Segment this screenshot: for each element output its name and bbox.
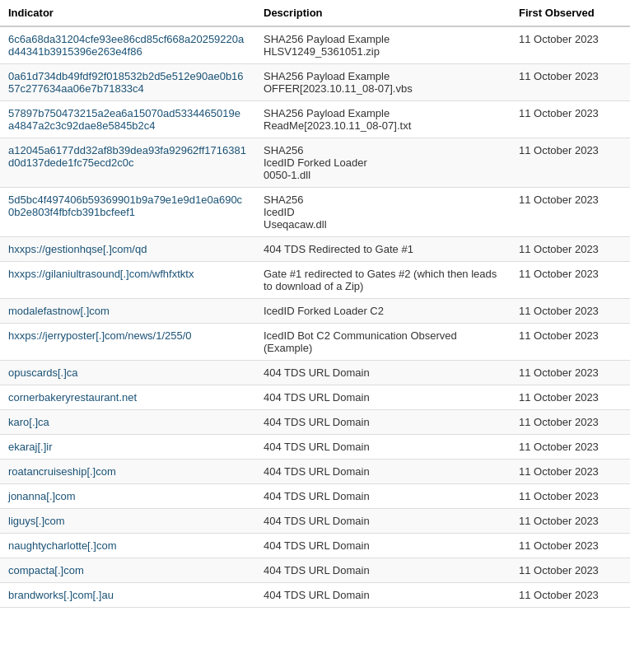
cell-first-observed: 11 October 2023 — [511, 262, 630, 299]
cell-first-observed: 11 October 2023 — [511, 410, 630, 435]
cell-first-observed: 11 October 2023 — [511, 237, 630, 262]
cell-description: SHA256IcedID Forked Loader0050-1.dll — [255, 138, 511, 188]
cell-indicator[interactable]: roatancruiseship[.]com — [0, 460, 255, 484]
table-row: 5d5bc4f497406b59369901b9a79e1e9d1e0a690c… — [0, 188, 630, 237]
cell-description: SHA256 Payload ExampleOFFER[2023.10.11_0… — [255, 64, 511, 101]
cell-description: 404 TDS URL Domain — [255, 385, 511, 410]
cell-indicator[interactable]: modalefastnow[.]com — [0, 299, 255, 324]
cell-description: 404 TDS URL Domain — [255, 558, 511, 583]
table-row: modalefastnow[.]comIcedID Forked Loader … — [0, 299, 630, 324]
cell-indicator[interactable]: hxxps://gilaniultrasound[.]com/wfhfxtktx — [0, 262, 255, 299]
header-indicator: Indicator — [0, 0, 255, 26]
table-row: naughtycharlotte[.]com404 TDS URL Domain… — [0, 534, 630, 558]
cell-description: SHA256 Payload ExampleHLSV1249_5361051.z… — [255, 26, 511, 64]
cell-indicator[interactable]: ekaraj[.]ir — [0, 435, 255, 460]
cell-first-observed: 11 October 2023 — [511, 26, 630, 64]
table-row: brandworks[.]com[.]au404 TDS URL Domain1… — [0, 583, 630, 608]
table-row: karo[.]ca404 TDS URL Domain11 October 20… — [0, 410, 630, 435]
cell-first-observed: 11 October 2023 — [511, 324, 630, 361]
table-row: a12045a6177dd32af8b39dea93fa92962ff17163… — [0, 138, 630, 188]
cell-indicator[interactable]: hxxps://jerryposter[.]com/news/1/255/0 — [0, 324, 255, 361]
cell-first-observed: 11 October 2023 — [511, 101, 630, 138]
cell-first-observed: 11 October 2023 — [511, 583, 630, 608]
cell-first-observed: 11 October 2023 — [511, 558, 630, 583]
cell-first-observed: 11 October 2023 — [511, 509, 630, 534]
cell-indicator[interactable]: karo[.]ca — [0, 410, 255, 435]
cell-description: SHA256IcedIDUseqacaw.dll — [255, 188, 511, 237]
cell-description: 404 TDS URL Domain — [255, 435, 511, 460]
cell-first-observed: 11 October 2023 — [511, 188, 630, 237]
header-first-observed: First Observed — [511, 0, 630, 26]
cell-indicator[interactable]: a12045a6177dd32af8b39dea93fa92962ff17163… — [0, 138, 255, 188]
table-row: jonanna[.]com404 TDS URL Domain11 Octobe… — [0, 484, 630, 509]
cell-indicator[interactable]: 0a61d734db49fdf92f018532b2d5e512e90ae0b1… — [0, 64, 255, 101]
table-row: compacta[.]com404 TDS URL Domain11 Octob… — [0, 558, 630, 583]
cell-first-observed: 11 October 2023 — [511, 385, 630, 410]
cell-description: 404 TDS URL Domain — [255, 460, 511, 484]
header-description: Description — [255, 0, 511, 26]
cell-description: 404 TDS Redirected to Gate #1 — [255, 237, 511, 262]
cell-description: 404 TDS URL Domain — [255, 509, 511, 534]
cell-description: 404 TDS URL Domain — [255, 484, 511, 509]
cell-indicator[interactable]: 6c6a68da31204cfe93ee86cd85cf668a20259220… — [0, 26, 255, 64]
cell-description: 404 TDS URL Domain — [255, 410, 511, 435]
cell-indicator[interactable]: 57897b750473215a2ea6a15070ad5334465019ea… — [0, 101, 255, 138]
table-row: hxxps://gestionhqse[.]com/qd404 TDS Redi… — [0, 237, 630, 262]
cell-indicator[interactable]: compacta[.]com — [0, 558, 255, 583]
cell-description: IcedID Bot C2 Communication Observed (Ex… — [255, 324, 511, 361]
cell-indicator[interactable]: opuscards[.]ca — [0, 361, 255, 385]
cell-description: 404 TDS URL Domain — [255, 534, 511, 558]
cell-first-observed: 11 October 2023 — [511, 460, 630, 484]
table-row: hxxps://jerryposter[.]com/news/1/255/0Ic… — [0, 324, 630, 361]
table-row: 6c6a68da31204cfe93ee86cd85cf668a20259220… — [0, 26, 630, 64]
cell-first-observed: 11 October 2023 — [511, 484, 630, 509]
table-row: 57897b750473215a2ea6a15070ad5334465019ea… — [0, 101, 630, 138]
cell-indicator[interactable]: brandworks[.]com[.]au — [0, 583, 255, 608]
cell-indicator[interactable]: 5d5bc4f497406b59369901b9a79e1e9d1e0a690c… — [0, 188, 255, 237]
table-header-row: Indicator Description First Observed — [0, 0, 630, 26]
table-row: opuscards[.]ca404 TDS URL Domain11 Octob… — [0, 361, 630, 385]
cell-description: IcedID Forked Loader C2 — [255, 299, 511, 324]
table-row: ekaraj[.]ir404 TDS URL Domain11 October … — [0, 435, 630, 460]
cell-first-observed: 11 October 2023 — [511, 361, 630, 385]
cell-description: 404 TDS URL Domain — [255, 361, 511, 385]
cell-first-observed: 11 October 2023 — [511, 435, 630, 460]
cell-indicator[interactable]: jonanna[.]com — [0, 484, 255, 509]
cell-description: 404 TDS URL Domain — [255, 583, 511, 608]
cell-indicator[interactable]: liguys[.]com — [0, 509, 255, 534]
cell-description: Gate #1 redirected to Gates #2 (which th… — [255, 262, 511, 299]
cell-first-observed: 11 October 2023 — [511, 138, 630, 188]
table-row: liguys[.]com404 TDS URL Domain11 October… — [0, 509, 630, 534]
cell-description: SHA256 Payload ExampleReadMe[2023.10.11_… — [255, 101, 511, 138]
cell-first-observed: 11 October 2023 — [511, 299, 630, 324]
cell-indicator[interactable]: hxxps://gestionhqse[.]com/qd — [0, 237, 255, 262]
table-row: cornerbakeryrestaurant.net404 TDS URL Do… — [0, 385, 630, 410]
table-row: 0a61d734db49fdf92f018532b2d5e512e90ae0b1… — [0, 64, 630, 101]
table-row: roatancruiseship[.]com404 TDS URL Domain… — [0, 460, 630, 484]
cell-indicator[interactable]: naughtycharlotte[.]com — [0, 534, 255, 558]
indicators-table: Indicator Description First Observed 6c6… — [0, 0, 630, 608]
cell-indicator[interactable]: cornerbakeryrestaurant.net — [0, 385, 255, 410]
table-row: hxxps://gilaniultrasound[.]com/wfhfxtktx… — [0, 262, 630, 299]
cell-first-observed: 11 October 2023 — [511, 534, 630, 558]
cell-first-observed: 11 October 2023 — [511, 64, 630, 101]
